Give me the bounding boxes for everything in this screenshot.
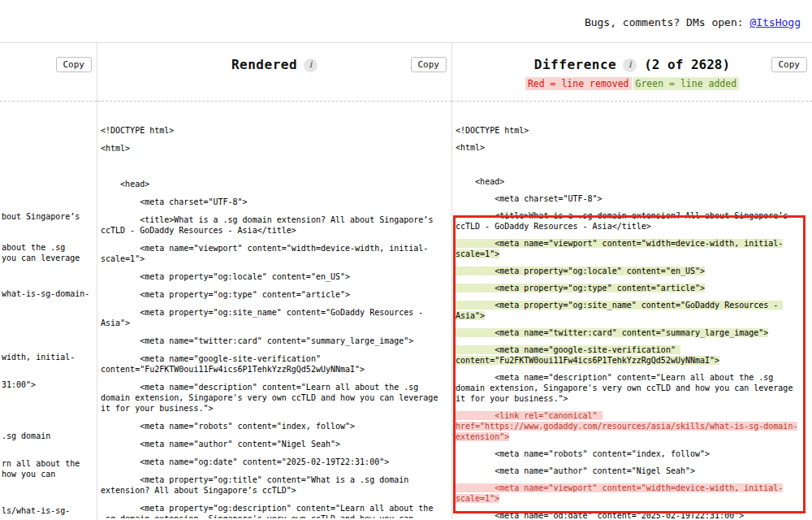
code-line: <meta name="author" content="Nigel Seah"… <box>456 466 805 476</box>
difference-code-pane[interactable]: <!DOCTYPE html><html> <head> <meta chars… <box>452 102 812 518</box>
code-fragment: ls/what-is-sg- <box>2 505 70 516</box>
code-line: <title>What is a .sg domain extension? A… <box>101 214 447 236</box>
code-line: <meta name="author" content="Nigel Seah"… <box>101 439 447 449</box>
code-fragment: what-is-sg-domain- <box>2 288 89 299</box>
difference-panel: Differencei(2 of 2628) Copy Red = line r… <box>452 43 812 519</box>
source-code-pane[interactable]: bout Singapore’sabout the .sgyou can lev… <box>0 102 97 518</box>
code-fragment: width, initial- <box>2 352 75 362</box>
rendered-title: Rendered <box>231 57 297 72</box>
code-line: <meta name="robots" content="index, foll… <box>456 448 805 459</box>
code-line: <meta name="robots" content="index, foll… <box>101 421 447 431</box>
diff-legend: Red = line removedGreen = line added <box>452 78 812 89</box>
code-line: <link rel="canonical" href="https://www.… <box>456 410 805 442</box>
difference-title: Difference <box>534 57 616 72</box>
code-fragment: about the .sg <box>2 242 65 253</box>
legend-added: Green = line added <box>633 77 740 90</box>
code-line: <head> <box>456 176 805 187</box>
code-fragment: bout Singapore’s <box>2 211 80 222</box>
code-fragment: 31:00"> <box>2 379 36 390</box>
code-line: <meta name="description" content="Learn … <box>101 382 447 414</box>
code-line: <meta name="google-site-verification" co… <box>101 353 447 375</box>
rendered-panel-header: Renderedi Copy <box>97 43 451 102</box>
code-line: <meta property="og:site_name" content="G… <box>101 307 447 328</box>
source-panel: Copy bout Singapore’sabout the .sgyou ca… <box>0 43 97 519</box>
copy-button-source[interactable]: Copy <box>56 57 93 72</box>
code-line: <meta name="google-site-verification" co… <box>456 344 805 366</box>
code-line: <meta charset="UTF-8"> <box>101 197 447 207</box>
code-fragment: you can leverage <box>2 253 80 263</box>
code-line: <meta name="og:date" content="2025-02-19… <box>456 510 805 518</box>
rendered-code-pane[interactable]: <!DOCTYPE html><html> <head> <meta chars… <box>97 102 451 518</box>
diff-columns: Copy bout Singapore’sabout the .sgyou ca… <box>0 43 812 519</box>
code-line: <meta property="og:locale" content="en_U… <box>101 271 447 282</box>
code-line: <!DOCTYPE html> <box>456 125 805 136</box>
topbar-message: Bugs, comments? DMs open: <box>585 16 750 28</box>
code-line: <meta property="og:site_name" content="G… <box>456 300 805 321</box>
code-line: <meta name="twitter:card" content="summa… <box>456 327 805 338</box>
code-line <box>101 161 447 171</box>
code-line: <html> <box>456 142 805 153</box>
code-line: <meta name="og:date" content="2025-02-19… <box>101 457 447 467</box>
code-line: <meta property="og:locale" content="en_U… <box>456 266 805 276</box>
topbar-link[interactable]: @ItsHogg <box>749 16 801 28</box>
code-line: <title>What is a .sg domain extension? A… <box>456 210 805 232</box>
info-icon[interactable]: i <box>304 58 317 72</box>
rendered-panel: Renderedi Copy <!DOCTYPE html><html> <he… <box>97 43 452 519</box>
code-line: <meta name="description" content="Learn … <box>456 372 805 404</box>
code-line: <meta property="og:title" content="What … <box>101 474 447 496</box>
code-line: <meta name="viewport" content="width=dev… <box>456 238 805 259</box>
code-line: <head> <box>101 179 447 189</box>
source-panel-header: Copy <box>0 43 97 102</box>
code-line: <meta property="og:description" content=… <box>101 503 447 518</box>
code-line: <meta name="twitter:card" content="summa… <box>101 336 447 346</box>
copy-button-rendered[interactable]: Copy <box>411 57 447 72</box>
legend-removed: Red = line removed <box>525 77 632 90</box>
topbar: Bugs, comments? DMs open: @ItsHogg <box>0 0 812 43</box>
code-line: <meta property="og:type" content="articl… <box>456 283 805 293</box>
code-line: <meta name="viewport" content="width=dev… <box>456 483 805 504</box>
code-line: <meta name="viewport" content="width=dev… <box>101 243 447 264</box>
code-line: <meta charset="UTF-8"> <box>456 193 805 204</box>
code-line <box>456 159 805 170</box>
code-fragment: .sg domain <box>2 431 50 441</box>
difference-panel-header: Differencei(2 of 2628) Copy Red = line r… <box>452 43 812 102</box>
code-line: <html> <box>101 143 447 154</box>
code-line: <meta property="og:type" content="articl… <box>101 289 447 300</box>
info-icon[interactable]: i <box>623 58 637 72</box>
difference-counter: (2 of 2628) <box>644 57 730 72</box>
code-fragment: how you can <box>2 469 55 479</box>
code-fragment: rn all about the <box>2 458 80 469</box>
copy-button-difference[interactable]: Copy <box>771 57 808 72</box>
code-line: <!DOCTYPE html> <box>101 125 447 136</box>
